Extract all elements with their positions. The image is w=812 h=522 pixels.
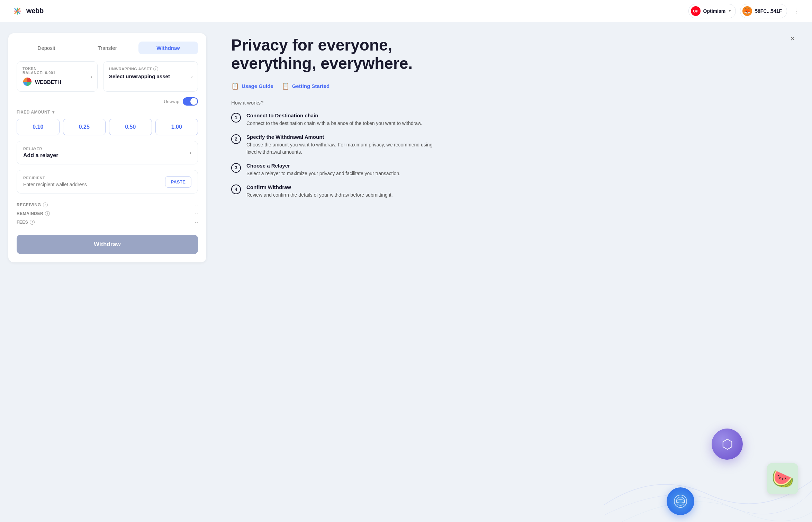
unwrapping-info-icon: i: [153, 66, 158, 71]
step-4: 4 Confirm Withdraw Review and confirm th…: [231, 184, 439, 199]
usage-guide-link[interactable]: 📋 Usage Guide: [231, 82, 273, 90]
step-3: 3 Choose a Relayer Select a relayer to m…: [231, 163, 439, 177]
network-icon: OP: [691, 6, 701, 16]
step-1-number: 1: [231, 113, 241, 123]
network-label: Optimism: [703, 8, 726, 14]
withdraw-card: Deposit Transfer Withdraw TOKEN BALANCE:…: [8, 33, 206, 262]
usage-guide-icon: 📋: [231, 82, 239, 90]
remainder-label: REMAINDER i: [17, 211, 50, 216]
watermelon-card: 🍉: [767, 463, 798, 494]
more-menu-button[interactable]: ⋮: [791, 6, 801, 17]
step-4-number: 4: [231, 184, 241, 194]
header-controls: OP Optimism ▾ 🦊 58FC...541F ⋮: [688, 4, 801, 18]
how-it-works-label: How it works?: [231, 100, 795, 106]
step-3-desc: Select a relayer to maximize your privac…: [246, 170, 400, 177]
network-chevron-icon: ▾: [729, 9, 731, 13]
getting-started-icon: 📋: [282, 82, 289, 90]
step-2-content: Specify the Withdrawal Amount Choose the…: [246, 134, 439, 156]
step-1-title: Connect to Destination chain: [246, 112, 422, 118]
getting-started-label: Getting Started: [292, 83, 330, 89]
step-1-content: Connect to Destination chain Connect to …: [246, 112, 422, 127]
left-panel: Deposit Transfer Withdraw TOKEN BALANCE:…: [0, 22, 215, 522]
recipient-input[interactable]: [23, 182, 161, 187]
relayer-field-label: RELAYER: [23, 147, 191, 151]
token-selector[interactable]: TOKEN BALANCE: 0.001 WEBBETH ›: [17, 61, 98, 92]
relayer-chevron-icon: ›: [190, 150, 191, 156]
logo-text: webb: [26, 7, 44, 15]
step-3-title: Choose a Relayer: [246, 163, 400, 169]
step-2-number: 2: [231, 134, 241, 144]
guide-links: 📋 Usage Guide 📋 Getting Started: [231, 82, 795, 90]
main-layout: Deposit Transfer Withdraw TOKEN BALANCE:…: [0, 22, 812, 522]
step-4-title: Confirm Withdraw: [246, 184, 393, 190]
amount-section: FIXED AMOUNT ▾ 0.10 0.25 0.50 1.00: [17, 110, 198, 135]
wallet-button[interactable]: 🦊 58FC...541F: [740, 4, 787, 18]
tab-withdraw[interactable]: Withdraw: [138, 42, 198, 54]
step-2-title: Specify the Withdrawal Amount: [246, 134, 439, 140]
token-row: TOKEN BALANCE: 0.001 WEBBETH › UNWRAPPIN…: [17, 61, 198, 92]
recipient-label: RECIPIENT: [23, 176, 161, 180]
close-button[interactable]: ×: [787, 33, 798, 44]
wallet-address-label: 58FC...541F: [755, 8, 782, 14]
unwrapping-asset-selector[interactable]: UNWRAPPING ASSET i Select unwrapping ass…: [103, 61, 198, 92]
tab-bar: Deposit Transfer Withdraw: [17, 42, 198, 54]
amount-btn-2[interactable]: 0.50: [109, 119, 152, 135]
token-value: WEBBETH: [22, 77, 92, 87]
amount-btn-3[interactable]: 1.00: [155, 119, 198, 135]
amount-btn-0[interactable]: 0.10: [17, 119, 60, 135]
withdraw-submit-button[interactable]: Withdraw: [17, 235, 198, 254]
receiving-info-icon: i: [43, 202, 48, 207]
unwrapping-chevron-icon: ›: [191, 74, 193, 79]
webb-orb-icon: [674, 494, 687, 508]
logo[interactable]: webb: [11, 5, 44, 17]
remainder-info-icon: i: [45, 211, 50, 216]
summary-rows: RECEIVING i -- REMAINDER i -- FEES i: [17, 200, 198, 226]
recipient-section: RECIPIENT PASTE: [17, 170, 198, 194]
app-header: webb OP Optimism ▾ 🦊 58FC...541F ⋮: [0, 0, 812, 22]
fixed-amount-header[interactable]: FIXED AMOUNT ▾: [17, 110, 198, 115]
step-2-desc: Choose the amount you want to withdraw. …: [246, 141, 439, 156]
step-4-content: Confirm Withdraw Review and confirm the …: [246, 184, 393, 199]
deco-lines: [604, 384, 812, 522]
fees-value: --: [195, 219, 198, 225]
tab-deposit[interactable]: Deposit: [17, 42, 76, 54]
relayer-value: Add a relayer: [23, 152, 191, 159]
receiving-value: --: [195, 202, 198, 207]
token-field-label: TOKEN BALANCE: 0.001: [22, 66, 92, 75]
tab-transfer[interactable]: Transfer: [78, 42, 137, 54]
step-3-number: 3: [231, 163, 241, 173]
network-selector[interactable]: OP Optimism ▾: [688, 4, 736, 18]
fees-info-icon: i: [30, 220, 35, 225]
unwrap-toggle-label: Unwrap: [164, 99, 179, 104]
ethereum-orb: ⬡: [712, 429, 743, 460]
fees-row: FEES i --: [17, 218, 198, 226]
recipient-field: RECIPIENT: [23, 176, 161, 188]
amount-btn-1[interactable]: 0.25: [63, 119, 106, 135]
toggle-knob: [190, 98, 197, 105]
webb-protocol-orb: [667, 487, 694, 515]
step-1-desc: Connect to the destination chain with a …: [246, 120, 422, 127]
token-chevron-icon: ›: [91, 74, 92, 79]
step-1: 1 Connect to Destination chain Connect t…: [231, 112, 439, 127]
fixed-amount-chevron-icon: ▾: [52, 110, 55, 115]
svg-point-6: [676, 500, 685, 503]
remainder-value: --: [195, 211, 198, 216]
watermelon-emoji: 🍉: [772, 468, 794, 489]
step-4-desc: Review and confirm the details of your w…: [246, 191, 393, 199]
hero-title: Privacy for everyone, everything, everyw…: [231, 36, 418, 73]
relayer-selector[interactable]: RELAYER Add a relayer ›: [17, 141, 198, 164]
remainder-row: REMAINDER i --: [17, 209, 198, 218]
fees-label: FEES i: [17, 220, 35, 225]
usage-guide-label: Usage Guide: [242, 83, 273, 89]
webb-logo-icon: [11, 5, 24, 17]
getting-started-link[interactable]: 📋 Getting Started: [282, 82, 330, 90]
wallet-avatar-icon: 🦊: [742, 6, 752, 16]
amount-buttons: 0.10 0.25 0.50 1.00: [17, 119, 198, 135]
step-3-content: Choose a Relayer Select a relayer to max…: [246, 163, 400, 177]
paste-button[interactable]: PASTE: [165, 176, 191, 188]
step-2: 2 Specify the Withdrawal Amount Choose t…: [231, 134, 439, 156]
ethereum-icon: ⬡: [722, 436, 733, 452]
unwrap-toggle-row: Unwrap: [17, 97, 198, 106]
unwrapping-asset-value: Select unwrapping asset: [109, 73, 192, 79]
unwrap-toggle[interactable]: [183, 97, 198, 106]
